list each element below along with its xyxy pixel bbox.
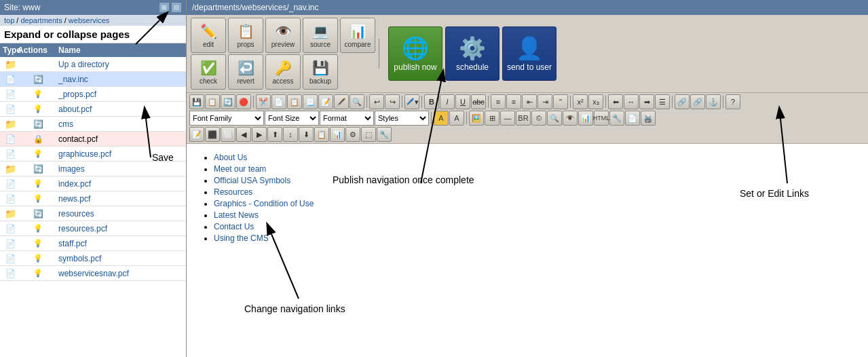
source-button[interactable]: 💻 source [303,18,338,53]
etb-row3-8[interactable]: ⬇ [299,127,314,142]
file-row-resources-pcf[interactable]: 📄 💡 resources.pcf [0,221,186,236]
etb-undo[interactable]: ↩ [369,94,384,109]
etb-indent[interactable]: ⇥ [537,94,552,109]
schedule-button[interactable]: ⚙️ schedule [445,26,499,81]
etb-paste[interactable]: 📋 [287,94,302,109]
etb-br[interactable]: BR [516,111,531,126]
etb-italic[interactable]: I [440,94,455,109]
etb-btn-x3[interactable]: 🖨️ [641,111,656,126]
etb-link[interactable]: 🔗 [675,94,690,109]
etb-outdent[interactable]: ⇤ [522,94,537,109]
etb-row3-1[interactable]: 📝 [189,127,204,142]
etb-strikethrough[interactable]: abc [471,94,486,109]
etb-table[interactable]: ⊞ [485,111,499,126]
file-row-symbols[interactable]: 📄 💡 symbols.pcf [0,251,186,266]
etb-anchor[interactable]: ⚓ [706,94,721,109]
file-row-resources-folder[interactable]: 📁 🔄 resources [0,206,186,221]
file-row-contact[interactable]: 📄 🔒 contact.pcf [0,132,186,147]
etb-hr[interactable]: — [500,111,515,126]
file-link-resources-pcf[interactable]: resources.pcf [58,224,183,233]
file-row-index[interactable]: 📄 💡 index.pcf [0,176,186,191]
etb-btn-3[interactable]: 🔄 [221,94,235,109]
etb-paste2[interactable]: 📃 [303,94,318,109]
file-row-props[interactable]: 📄 💡 _props.pcf [0,87,186,102]
file-row-graphicuse[interactable]: 📄 💡 graphicuse.pcf [0,147,186,162]
file-row-about[interactable]: 📄 💡 about.pcf [0,102,186,117]
etb-row3-11[interactable]: ⚙ [345,127,360,142]
etb-row3-7[interactable]: ↕ [283,127,298,142]
etb-underline[interactable]: U [455,94,470,109]
nav-link-latest-news[interactable]: Latest News [214,210,259,220]
format-select[interactable]: Format [320,111,374,126]
etb-row3-12[interactable]: ⬚ [361,127,376,142]
etb-find[interactable]: 🔍 [350,94,364,109]
styles-select[interactable]: Styles [375,111,429,126]
etb-table2[interactable]: 📊 [578,111,593,126]
preview-button[interactable]: 👁️ preview [265,18,301,53]
etb-ul[interactable]: ≡ [491,94,506,109]
etb-super[interactable]: x² [573,94,588,109]
etb-color-bg[interactable]: A [434,111,449,126]
etb-row3-3[interactable]: ⬜ [221,127,235,142]
file-row-staff[interactable]: 📄 💡 staff.pcf [0,236,186,251]
etb-btn-x2[interactable]: 📄 [625,111,640,126]
etb-search[interactable]: 🔍 [547,111,562,126]
nav-link-usa-symbols[interactable]: Official USA Symbols [214,176,290,185]
file-row-webservicesnav[interactable]: 📄 💡 webservicesnav.pcf [0,266,186,281]
save-etb[interactable]: 💾 [189,94,204,109]
file-link-nav-inc[interactable]: _nav.inc [58,75,183,84]
etb-btn-4[interactable]: 🔴 [236,94,251,109]
props-button[interactable]: 📋 props [228,18,263,53]
etb-format-drop[interactable]: 🖊️▾ [404,94,419,109]
etb-blockquote[interactable]: " [553,94,568,109]
file-link-images[interactable]: images [58,164,183,174]
etb-align-center[interactable]: ↔ [624,94,639,109]
file-link-graphicuse[interactable]: graphicuse.pcf [58,149,183,159]
etb-row3-9[interactable]: 📋 [314,127,329,142]
etb-row3-6[interactable]: ⬆ [267,127,282,142]
file-row-nav-inc[interactable]: 📄 🔄 _nav.inc [0,72,186,87]
edit-button[interactable]: ✏️ edit [191,18,226,53]
etb-html[interactable]: HTML [594,111,609,126]
etb-row3-4[interactable]: ◀ [236,127,251,142]
file-link-news[interactable]: news.pcf [58,194,183,204]
nav-link-meet-team[interactable]: Meet our team [214,164,266,174]
etb-paste3[interactable]: 📝 [318,94,333,109]
font-family-select[interactable]: Font Family [189,111,264,126]
etb-bold[interactable]: B [424,94,439,109]
etb-align-right[interactable]: ➡ [639,94,654,109]
etb-row3-5[interactable]: ▶ [252,127,267,142]
file-row-news[interactable]: 📄 💡 news.pcf [0,191,186,206]
etb-sub[interactable]: x₂ [588,94,603,109]
access-button[interactable]: 🔑 access [265,54,301,90]
etb-paste4[interactable]: 🖋️ [334,94,349,109]
etb-preview[interactable]: 👁️ [563,111,578,126]
etb-unlink[interactable]: 🔗 [690,94,705,109]
file-link-up[interactable]: Up a directory [58,60,183,69]
check-button[interactable]: ✅ check [191,54,226,90]
font-size-select[interactable]: Font Size [265,111,319,126]
file-link-symbols[interactable]: symbols.pcf [58,254,183,263]
breadcrumb-top[interactable]: top [4,16,14,24]
breadcrumb-departments[interactable]: departments [20,16,62,24]
file-row-up[interactable]: 📁 Up a directory [0,57,186,72]
compare-button[interactable]: 📊 compare [340,18,375,53]
nav-link-graphics[interactable]: Graphics - Condition of Use [214,199,314,208]
file-link-webservicesnav[interactable]: webservicesnav.pcf [58,269,183,278]
backup-button[interactable]: 💾 backup [303,54,338,90]
etb-row3-13[interactable]: 🔧 [377,127,392,142]
file-row-images[interactable]: 📁 🔄 images [0,162,186,176]
file-link-staff[interactable]: staff.pcf [58,239,183,248]
etb-copy[interactable]: 📄 [271,94,286,109]
etb-align-left[interactable]: ⬅ [608,94,623,109]
nav-link-resources[interactable]: Resources [214,187,252,197]
etb-row3-2[interactable]: ⬛ [205,127,220,142]
nav-link-contact[interactable]: Contact Us [214,222,254,231]
etb-row3-10[interactable]: 📊 [330,127,345,142]
breadcrumb-webservices[interactable]: webservices [69,16,110,24]
etb-btn-2[interactable]: 📋 [205,94,220,109]
etb-chars[interactable]: © [531,111,546,126]
send-to-user-button[interactable]: 👤 send to user [502,26,556,81]
etb-justify[interactable]: ☰ [655,94,670,109]
publish-now-button[interactable]: 🌐 publish now [388,26,442,81]
